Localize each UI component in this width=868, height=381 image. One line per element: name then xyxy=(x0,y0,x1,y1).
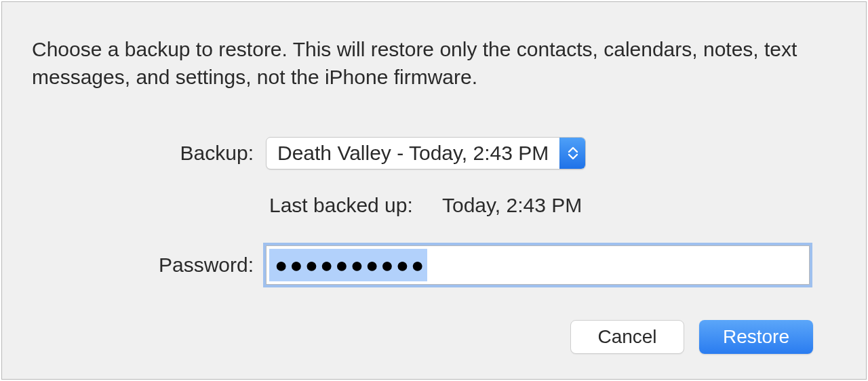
last-backed-up-label: Last backed up: xyxy=(32,194,442,217)
restore-button[interactable]: Restore xyxy=(699,320,813,354)
backup-row: Backup: Death Valley - Today, 2:43 PM xyxy=(32,137,836,169)
last-backed-up-row: Last backed up: Today, 2:43 PM xyxy=(32,194,836,217)
last-backed-up-value: Today, 2:43 PM xyxy=(442,194,582,217)
cancel-button[interactable]: Cancel xyxy=(570,320,684,354)
backup-select-value: Death Valley - Today, 2:43 PM xyxy=(267,138,559,169)
restore-backup-dialog: Choose a backup to restore. This will re… xyxy=(1,1,867,380)
updown-stepper-icon xyxy=(559,138,585,169)
dialog-description: Choose a backup to restore. This will re… xyxy=(32,36,836,91)
backup-select[interactable]: Death Valley - Today, 2:43 PM xyxy=(266,137,586,169)
password-masked-value: ●●●●●●●●●● xyxy=(269,249,427,281)
password-input[interactable]: ●●●●●●●●●● xyxy=(266,245,810,285)
dialog-buttons: Cancel Restore xyxy=(32,320,836,354)
password-label: Password: xyxy=(32,254,266,277)
backup-label: Backup: xyxy=(32,142,266,165)
password-row: Password: ●●●●●●●●●● xyxy=(32,245,836,285)
